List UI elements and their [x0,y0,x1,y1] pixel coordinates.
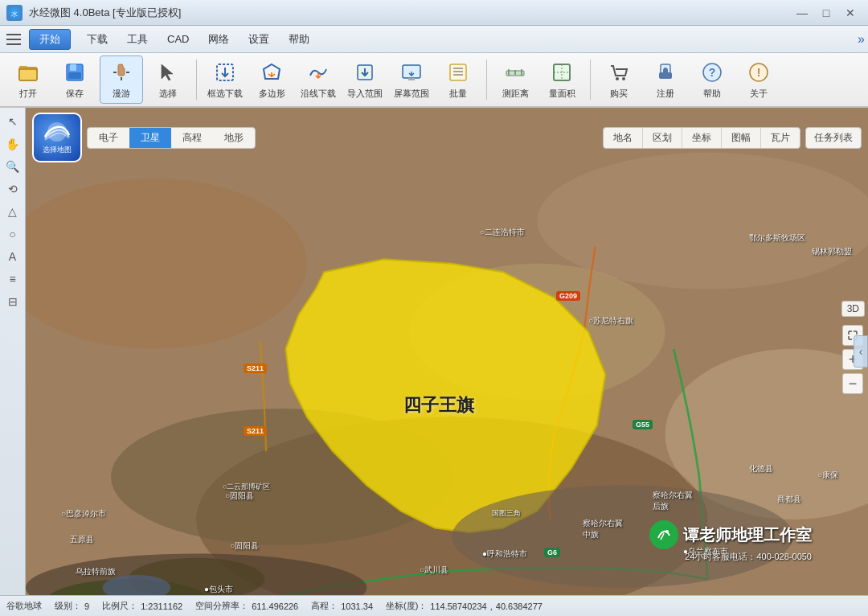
sidebar-minus-tool[interactable]: ⊟ [2,291,23,312]
tab-elevation[interactable]: 高程 [171,128,213,148]
menubar: 开始 下载 工具 CAD 网络 设置 帮助 » [0,26,868,53]
pan-icon [108,60,134,85]
batch-icon [445,60,471,85]
menu-download[interactable]: 下载 [77,29,117,50]
menu-settings[interactable]: 设置 [239,29,279,50]
sidebar-pan-tool[interactable]: ✋ [2,133,23,154]
svg-text:水: 水 [11,10,18,18]
save-icon [62,60,88,85]
menu-tools[interactable]: 工具 [117,29,158,50]
open-icon [15,60,41,85]
status-coord: 坐标(度)： 114.58740234 , 40.6384277 [386,600,542,612]
sidebar-rotate-tool[interactable]: ⟲ [2,179,23,199]
start-menu-button[interactable]: 开始 [29,29,71,50]
map-logo[interactable]: 选择地图 [32,113,82,162]
import-range-button[interactable]: 导入范围 [343,56,387,103]
map-right-tabs: 地名 区划 坐标 图幅 瓦片 [603,127,800,149]
watermark-title: 谭老师地理工作室 [683,524,812,546]
tab-terrain[interactable]: 地形 [213,128,255,148]
tab-satellite[interactable]: 卫星 [129,128,171,148]
about-button[interactable]: ! 关于 [737,56,780,103]
map-type-tabs: 电子 卫星 高程 地形 [87,127,256,149]
help-icon: ? [699,60,725,85]
statusbar: 谷歌地球 级别： 9 比例尺： 1:2311162 空间分辨率： 611.496… [0,595,868,616]
toolbar: 打开 保存 漫游 选择 框选下载 多边形 沿线下载 [0,53,868,108]
close-button[interactable]: ✕ [839,4,862,22]
measure-area-button[interactable]: 量面积 [540,56,583,103]
svg-rect-27 [659,72,672,79]
about-icon: ! [746,60,772,85]
svg-text:!: ! [757,66,761,79]
sidebar-circle-tool[interactable]: ○ [2,224,23,244]
titlebar: 水 水经微图 4.0Beta [专业版已授权] — □ ✕ [0,0,868,26]
tab-tile[interactable]: 瓦片 [761,128,800,148]
svg-rect-6 [70,64,76,71]
maximize-button[interactable]: □ [815,4,837,22]
svg-rect-12 [408,78,415,80]
status-resolution: 空间分辨率： 611.496226 [195,600,298,612]
sidebar-triangle-tool[interactable]: △ [2,201,23,222]
pan-button[interactable]: 漫游 [100,55,143,104]
measure-area-icon [549,60,575,85]
polygon-icon [259,60,285,85]
tab-division[interactable]: 区划 [643,128,682,148]
sidebar-text-tool[interactable]: A [2,246,23,267]
watermark-logo [649,520,678,549]
help-button[interactable]: ? 帮助 [690,56,734,103]
menu-network[interactable]: 网络 [199,29,239,50]
select-icon [155,60,181,85]
app-icon: 水 [6,5,23,21]
batch-button[interactable]: 批量 [436,56,480,103]
svg-point-24 [616,77,619,80]
path-download-button[interactable]: 沿线下载 [297,56,340,103]
register-button[interactable]: 注册 [644,56,687,103]
buy-button[interactable]: 购买 [597,56,641,103]
left-sidebar: ↖ ✋ 🔍 ⟲ △ ○ A ≡ ⊟ [0,108,26,595]
zoom-out-button[interactable]: − [842,373,863,394]
expand-panel-button[interactable]: ‹ [854,335,868,368]
screen-range-icon [399,60,424,85]
status-scale: 比例尺： 1:2311162 [102,600,182,612]
tab-electronic[interactable]: 电子 [88,128,129,148]
app-title: 水经微图 4.0Beta [专业版已授权] [29,6,181,20]
status-source: 谷歌地球 [6,600,42,612]
save-button[interactable]: 保存 [53,56,96,103]
map-logo-label: 选择地图 [43,145,72,155]
path-download-icon [305,60,331,85]
sidebar-select-tool[interactable]: ↖ [2,111,23,132]
minimize-button[interactable]: — [791,4,813,22]
window-controls: — □ ✕ [791,4,862,22]
svg-point-47 [665,530,669,533]
3d-button[interactable]: 3D [841,301,865,317]
tab-map-frame[interactable]: 图幅 [722,128,761,148]
measure-dist-icon [502,60,528,85]
screen-range-button[interactable]: 屏幕范围 [390,56,433,103]
svg-rect-13 [450,64,466,80]
map-panel[interactable]: 选择地图 电子 卫星 高程 地形 地名 区划 坐标 图幅 瓦片 任务列表 四子王… [26,108,868,595]
import-range-icon [352,60,378,85]
sidebar-list-tool[interactable]: ≡ [2,269,23,290]
box-download-button[interactable]: 框选下载 [203,56,247,103]
menu-help[interactable]: 帮助 [279,29,319,50]
watermark-subtitle: 24小时客服电话：400-028-0050 [685,551,812,563]
svg-point-25 [622,77,625,80]
hamburger-menu[interactable] [3,28,26,51]
polygon-button[interactable]: 多边形 [250,56,293,103]
watermark: 谭老师地理工作室 24小时客服电话：400-028-0050 [649,520,812,563]
collapse-icon[interactable]: » [858,32,865,47]
sidebar-zoom-tool[interactable]: 🔍 [2,156,23,177]
measure-dist-button[interactable]: 测距离 [493,56,537,103]
box-download-icon [212,60,238,85]
tab-place-name[interactable]: 地名 [604,128,643,148]
task-list-button[interactable]: 任务列表 [805,127,862,149]
tab-coord[interactable]: 坐标 [682,128,722,148]
status-level: 级别： 9 [55,600,89,612]
register-icon [653,60,678,85]
svg-point-34 [537,153,868,290]
menu-cad[interactable]: CAD [158,30,199,48]
select-button[interactable]: 选择 [146,56,190,103]
svg-rect-7 [68,72,81,79]
svg-rect-4 [19,69,37,80]
open-button[interactable]: 打开 [6,56,50,103]
map-header: 选择地图 电子 卫星 高程 地形 地名 区划 坐标 图幅 瓦片 任务列表 [26,108,868,167]
